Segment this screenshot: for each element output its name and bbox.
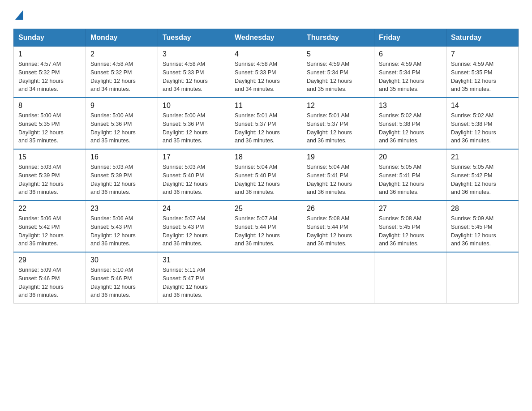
day-info: Sunrise: 4:59 AMSunset: 5:34 PMDaylight:… (307, 61, 352, 92)
calendar-day-cell: 6Sunrise: 4:59 AMSunset: 5:34 PMDaylight… (374, 47, 446, 98)
calendar-day-cell: 18Sunrise: 5:04 AMSunset: 5:40 PMDayligh… (230, 149, 302, 201)
weekday-header-sunday: Sunday (14, 29, 86, 47)
day-info: Sunrise: 5:00 AMSunset: 5:36 PMDaylight:… (90, 112, 136, 144)
calendar-day-cell: 29Sunrise: 5:09 AMSunset: 5:46 PMDayligh… (14, 252, 86, 304)
calendar-day-cell: 5Sunrise: 4:59 AMSunset: 5:34 PMDaylight… (302, 47, 374, 98)
day-info: Sunrise: 5:01 AMSunset: 5:37 PMDaylight:… (307, 112, 352, 144)
day-number: 31 (163, 256, 225, 264)
day-info: Sunrise: 5:04 AMSunset: 5:41 PMDaylight:… (307, 164, 352, 195)
calendar-week-row: 15Sunrise: 5:03 AMSunset: 5:39 PMDayligh… (14, 149, 519, 201)
calendar-week-row: 8Sunrise: 5:00 AMSunset: 5:35 PMDaylight… (14, 98, 519, 149)
calendar-day-cell: 17Sunrise: 5:03 AMSunset: 5:40 PMDayligh… (158, 149, 230, 201)
calendar-day-cell: 25Sunrise: 5:07 AMSunset: 5:44 PMDayligh… (230, 201, 302, 252)
day-info: Sunrise: 5:01 AMSunset: 5:37 PMDaylight:… (235, 112, 280, 144)
day-info: Sunrise: 5:09 AMSunset: 5:46 PMDaylight:… (18, 267, 64, 298)
day-info: Sunrise: 4:58 AMSunset: 5:33 PMDaylight:… (235, 61, 280, 92)
day-info: Sunrise: 5:02 AMSunset: 5:38 PMDaylight:… (379, 112, 424, 144)
day-number: 16 (90, 153, 153, 161)
calendar-day-cell: 1Sunrise: 4:57 AMSunset: 5:32 PMDaylight… (14, 47, 86, 98)
calendar-day-cell: 7Sunrise: 4:59 AMSunset: 5:35 PMDaylight… (446, 47, 519, 98)
day-info: Sunrise: 5:06 AMSunset: 5:42 PMDaylight:… (18, 215, 64, 247)
day-number: 7 (451, 50, 514, 58)
calendar-day-cell: 31Sunrise: 5:11 AMSunset: 5:47 PMDayligh… (158, 252, 230, 304)
calendar-day-cell: 4Sunrise: 4:58 AMSunset: 5:33 PMDaylight… (230, 47, 302, 98)
calendar-day-cell: 13Sunrise: 5:02 AMSunset: 5:38 PMDayligh… (374, 98, 446, 149)
day-number: 4 (235, 50, 297, 58)
calendar-day-cell: 10Sunrise: 5:00 AMSunset: 5:36 PMDayligh… (158, 98, 230, 149)
calendar-day-cell: 16Sunrise: 5:03 AMSunset: 5:39 PMDayligh… (86, 149, 158, 201)
calendar-day-cell: 9Sunrise: 5:00 AMSunset: 5:36 PMDaylight… (86, 98, 158, 149)
day-info: Sunrise: 5:05 AMSunset: 5:41 PMDaylight:… (379, 164, 424, 195)
logo-arrow-icon (15, 10, 23, 20)
day-number: 9 (90, 102, 153, 110)
day-number: 23 (90, 205, 153, 213)
weekday-header-row: SundayMondayTuesdayWednesdayThursdayFrid… (14, 29, 519, 47)
day-number: 10 (163, 102, 225, 110)
weekday-header-monday: Monday (86, 29, 158, 47)
day-info: Sunrise: 5:02 AMSunset: 5:38 PMDaylight:… (451, 112, 496, 144)
day-number: 11 (235, 102, 297, 110)
day-info: Sunrise: 5:06 AMSunset: 5:43 PMDaylight:… (90, 215, 136, 247)
day-number: 14 (451, 102, 514, 110)
day-number: 17 (163, 153, 225, 161)
calendar-day-cell (302, 252, 374, 304)
day-number: 25 (235, 205, 297, 213)
day-info: Sunrise: 5:00 AMSunset: 5:35 PMDaylight:… (18, 112, 64, 144)
day-number: 15 (18, 153, 81, 161)
page-header (13, 9, 519, 20)
day-info: Sunrise: 5:10 AMSunset: 5:46 PMDaylight:… (90, 267, 136, 298)
day-info: Sunrise: 5:08 AMSunset: 5:45 PMDaylight:… (379, 215, 424, 247)
calendar-day-cell: 12Sunrise: 5:01 AMSunset: 5:37 PMDayligh… (302, 98, 374, 149)
day-info: Sunrise: 4:59 AMSunset: 5:34 PMDaylight:… (379, 61, 424, 92)
calendar-week-row: 22Sunrise: 5:06 AMSunset: 5:42 PMDayligh… (14, 201, 519, 252)
day-info: Sunrise: 4:58 AMSunset: 5:33 PMDaylight:… (163, 61, 208, 92)
weekday-header-friday: Friday (374, 29, 446, 47)
calendar-day-cell: 8Sunrise: 5:00 AMSunset: 5:35 PMDaylight… (14, 98, 86, 149)
day-number: 27 (379, 205, 442, 213)
calendar-day-cell: 30Sunrise: 5:10 AMSunset: 5:46 PMDayligh… (86, 252, 158, 304)
day-number: 12 (307, 102, 369, 110)
calendar-day-cell: 3Sunrise: 4:58 AMSunset: 5:33 PMDaylight… (158, 47, 230, 98)
day-number: 13 (379, 102, 442, 110)
day-info: Sunrise: 5:00 AMSunset: 5:36 PMDaylight:… (163, 112, 208, 144)
day-info: Sunrise: 4:57 AMSunset: 5:32 PMDaylight:… (18, 61, 64, 92)
day-number: 30 (90, 256, 153, 264)
day-info: Sunrise: 5:05 AMSunset: 5:42 PMDaylight:… (451, 164, 496, 195)
day-number: 21 (451, 153, 514, 161)
day-number: 24 (163, 205, 225, 213)
calendar-day-cell: 21Sunrise: 5:05 AMSunset: 5:42 PMDayligh… (446, 149, 519, 201)
day-info: Sunrise: 5:03 AMSunset: 5:39 PMDaylight:… (90, 164, 136, 195)
day-info: Sunrise: 5:07 AMSunset: 5:43 PMDaylight:… (163, 215, 208, 247)
calendar-day-cell: 20Sunrise: 5:05 AMSunset: 5:41 PMDayligh… (374, 149, 446, 201)
weekday-header-wednesday: Wednesday (230, 29, 302, 47)
day-number: 19 (307, 153, 369, 161)
calendar-day-cell: 11Sunrise: 5:01 AMSunset: 5:37 PMDayligh… (230, 98, 302, 149)
day-info: Sunrise: 4:58 AMSunset: 5:32 PMDaylight:… (90, 61, 136, 92)
calendar-day-cell: 15Sunrise: 5:03 AMSunset: 5:39 PMDayligh… (14, 149, 86, 201)
day-number: 5 (307, 50, 369, 58)
day-info: Sunrise: 5:03 AMSunset: 5:40 PMDaylight:… (163, 164, 208, 195)
day-number: 1 (18, 50, 81, 58)
day-number: 22 (18, 205, 81, 213)
day-info: Sunrise: 4:59 AMSunset: 5:35 PMDaylight:… (451, 61, 496, 92)
calendar-day-cell: 22Sunrise: 5:06 AMSunset: 5:42 PMDayligh… (14, 201, 86, 252)
day-info: Sunrise: 5:11 AMSunset: 5:47 PMDaylight:… (163, 267, 208, 298)
day-number: 3 (163, 50, 225, 58)
calendar-week-row: 29Sunrise: 5:09 AMSunset: 5:46 PMDayligh… (14, 252, 519, 304)
weekday-header-saturday: Saturday (446, 29, 519, 47)
calendar-day-cell: 14Sunrise: 5:02 AMSunset: 5:38 PMDayligh… (446, 98, 519, 149)
day-info: Sunrise: 5:08 AMSunset: 5:44 PMDaylight:… (307, 215, 352, 247)
day-info: Sunrise: 5:09 AMSunset: 5:45 PMDaylight:… (451, 215, 496, 247)
calendar-day-cell: 2Sunrise: 4:58 AMSunset: 5:32 PMDaylight… (86, 47, 158, 98)
calendar-day-cell (230, 252, 302, 304)
calendar-week-row: 1Sunrise: 4:57 AMSunset: 5:32 PMDaylight… (14, 47, 519, 98)
calendar-day-cell: 28Sunrise: 5:09 AMSunset: 5:45 PMDayligh… (446, 201, 519, 252)
day-number: 8 (18, 102, 81, 110)
day-number: 29 (18, 256, 81, 264)
day-info: Sunrise: 5:03 AMSunset: 5:39 PMDaylight:… (18, 164, 64, 195)
weekday-header-tuesday: Tuesday (158, 29, 230, 47)
calendar-table: SundayMondayTuesdayWednesdayThursdayFrid… (13, 29, 519, 304)
calendar-day-cell: 26Sunrise: 5:08 AMSunset: 5:44 PMDayligh… (302, 201, 374, 252)
calendar-day-cell (446, 252, 519, 304)
day-info: Sunrise: 5:07 AMSunset: 5:44 PMDaylight:… (235, 215, 280, 247)
